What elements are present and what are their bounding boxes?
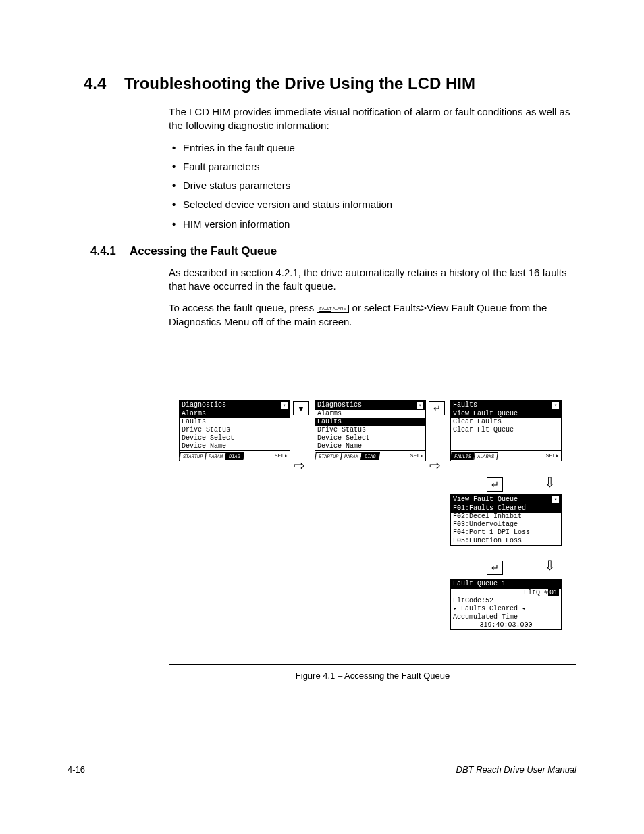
section-heading: 4.4Troubleshooting the Drive Using the L…: [124, 74, 576, 93]
page-footer: 4-16 DBT Reach Drive User Manual: [68, 764, 576, 775]
lcd-screen-5: Fault Queue 1 FltQ #01 FltCode:52 ▸ Faul…: [450, 579, 562, 630]
lcd-screen-2: Diagnostics Alarms Faults Drive Status D…: [315, 400, 426, 461]
enter-icon: [433, 403, 441, 413]
para2a: To access the fault queue, press: [169, 302, 317, 313]
para2: To access the fault queue, press FAULT A…: [169, 301, 576, 329]
flow-arrow-down-icon: [544, 557, 556, 573]
intro-text: The LCD HIM provides immediate visual no…: [169, 105, 576, 133]
flow-arrow-right-icon: [294, 457, 305, 473]
figure-caption: Figure 4.1 – Accessing the Fault Queue: [169, 671, 576, 681]
list-item: Entries in the fault queue: [172, 141, 576, 155]
enter-button[interactable]: [487, 561, 503, 575]
page-number: 4-16: [68, 764, 85, 775]
enter-icon: [491, 479, 499, 490]
lcd-screen-4: View Fault Queue F01:Faults Cleared F02:…: [450, 494, 562, 546]
scroll-down-icon: [417, 402, 423, 409]
scroll-down-icon: [552, 496, 559, 503]
scroll-down-icon: [281, 402, 288, 409]
lcd-screen-1: Diagnostics Alarms Faults Drive Status D…: [179, 400, 290, 461]
section-number: 4.4: [84, 74, 124, 93]
flow-arrow-right-icon: [429, 457, 441, 473]
down-button[interactable]: [293, 401, 309, 415]
para1: As described in section 4.2.1, the drive…: [169, 266, 576, 294]
list-item: Fault parameters: [172, 160, 576, 174]
flow-arrow-down-icon: [544, 474, 556, 490]
list-item: HIM version information: [172, 217, 576, 231]
fault-alarm-key-icon: FAULT ALARM: [317, 305, 349, 313]
manual-title: DBT Reach Drive User Manual: [456, 764, 576, 775]
list-item: Drive status parameters: [172, 179, 576, 192]
lcd-screen-3: Faults View Fault Queue Clear Faults Cle…: [450, 400, 562, 461]
subsection-title: Accessing the Fault Queue: [130, 244, 277, 257]
enter-button[interactable]: [429, 401, 445, 415]
enter-button[interactable]: [487, 477, 503, 492]
list-item: Selected device version and status infor…: [172, 198, 576, 211]
bullet-list: Entries in the fault queue Fault paramet…: [172, 141, 576, 231]
chevron-down-icon: [298, 403, 305, 413]
subsection-heading: 4.4.1Accessing the Fault Queue: [130, 244, 576, 258]
section-title: Troubleshooting the Drive Using the LCD …: [124, 74, 475, 93]
enter-icon: [491, 563, 499, 573]
scroll-down-icon: [552, 402, 559, 409]
subsection-number: 4.4.1: [90, 244, 130, 258]
figure-box: Diagnostics Alarms Faults Drive Status D…: [169, 340, 576, 665]
